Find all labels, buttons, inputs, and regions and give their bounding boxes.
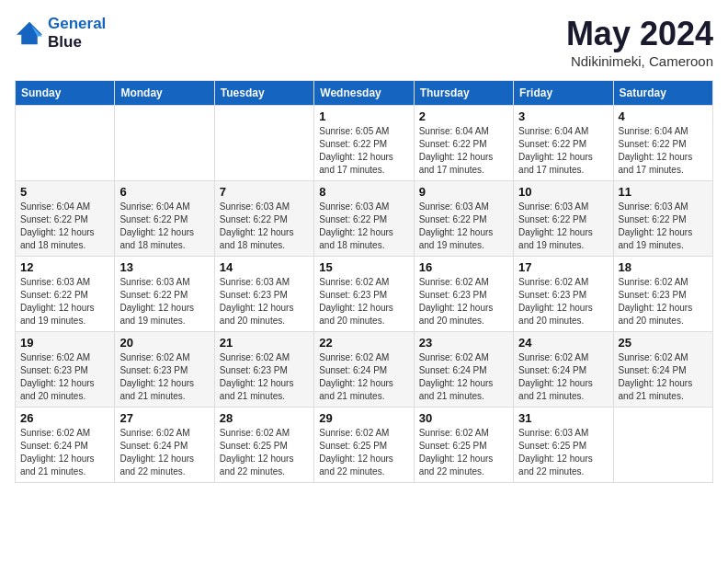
calendar-week-row: 19Sunrise: 6:02 AMSunset: 6:23 PMDayligh… bbox=[16, 332, 713, 408]
calendar-day-31: 31Sunrise: 6:03 AMSunset: 6:25 PMDayligh… bbox=[514, 408, 613, 483]
calendar-day-29: 29Sunrise: 6:02 AMSunset: 6:25 PMDayligh… bbox=[314, 408, 414, 483]
day-number: 5 bbox=[20, 185, 109, 199]
day-number: 1 bbox=[319, 109, 408, 123]
calendar-day-9: 9Sunrise: 6:03 AMSunset: 6:22 PMDaylight… bbox=[414, 181, 513, 257]
day-info: Sunrise: 6:03 AMSunset: 6:22 PMDaylight:… bbox=[319, 201, 408, 252]
day-info: Sunrise: 6:03 AMSunset: 6:25 PMDaylight:… bbox=[518, 427, 608, 478]
day-number: 21 bbox=[220, 336, 309, 350]
day-number: 13 bbox=[119, 260, 209, 274]
calendar-day-5: 5Sunrise: 6:04 AMSunset: 6:22 PMDaylight… bbox=[16, 181, 115, 257]
logo-text: General Blue bbox=[48, 15, 106, 51]
calendar-day-28: 28Sunrise: 6:02 AMSunset: 6:25 PMDayligh… bbox=[214, 408, 313, 483]
day-number: 17 bbox=[518, 260, 608, 274]
day-number: 19 bbox=[20, 336, 109, 350]
calendar-header-wednesday: Wednesday bbox=[314, 81, 414, 106]
day-number: 23 bbox=[419, 336, 508, 350]
day-info: Sunrise: 6:03 AMSunset: 6:22 PMDaylight:… bbox=[518, 201, 608, 252]
calendar-day-12: 12Sunrise: 6:03 AMSunset: 6:22 PMDayligh… bbox=[16, 257, 115, 332]
day-info: Sunrise: 6:04 AMSunset: 6:22 PMDaylight:… bbox=[619, 125, 708, 177]
day-info: Sunrise: 6:02 AMSunset: 6:23 PMDaylight:… bbox=[20, 351, 109, 403]
calendar-day-18: 18Sunrise: 6:02 AMSunset: 6:23 PMDayligh… bbox=[613, 257, 712, 332]
calendar-day-6: 6Sunrise: 6:04 AMSunset: 6:22 PMDaylight… bbox=[115, 181, 214, 257]
calendar-header-thursday: Thursday bbox=[414, 81, 513, 106]
calendar-day-10: 10Sunrise: 6:03 AMSunset: 6:22 PMDayligh… bbox=[514, 181, 613, 257]
day-info: Sunrise: 6:02 AMSunset: 6:23 PMDaylight:… bbox=[419, 276, 508, 327]
day-info: Sunrise: 6:03 AMSunset: 6:22 PMDaylight:… bbox=[20, 276, 109, 327]
calendar-header-friday: Friday bbox=[514, 81, 613, 106]
calendar-empty-cell bbox=[214, 106, 313, 181]
day-number: 8 bbox=[319, 185, 408, 199]
calendar-day-19: 19Sunrise: 6:02 AMSunset: 6:23 PMDayligh… bbox=[16, 332, 115, 408]
calendar-day-14: 14Sunrise: 6:03 AMSunset: 6:23 PMDayligh… bbox=[214, 257, 313, 332]
calendar-day-16: 16Sunrise: 6:02 AMSunset: 6:23 PMDayligh… bbox=[414, 257, 513, 332]
calendar-day-17: 17Sunrise: 6:02 AMSunset: 6:23 PMDayligh… bbox=[514, 257, 613, 332]
calendar-day-20: 20Sunrise: 6:02 AMSunset: 6:23 PMDayligh… bbox=[115, 332, 214, 408]
day-number: 10 bbox=[518, 185, 608, 199]
calendar-empty-cell bbox=[16, 106, 115, 181]
logo-icon bbox=[15, 20, 44, 46]
calendar-header-row: SundayMondayTuesdayWednesdayThursdayFrid… bbox=[16, 81, 713, 106]
calendar-header-tuesday: Tuesday bbox=[214, 81, 313, 106]
calendar-header-saturday: Saturday bbox=[613, 81, 712, 106]
day-number: 16 bbox=[419, 260, 508, 274]
day-info: Sunrise: 6:02 AMSunset: 6:25 PMDaylight:… bbox=[319, 427, 408, 478]
day-info: Sunrise: 6:02 AMSunset: 6:23 PMDaylight:… bbox=[220, 351, 309, 403]
day-info: Sunrise: 6:02 AMSunset: 6:24 PMDaylight:… bbox=[319, 351, 408, 403]
day-info: Sunrise: 6:02 AMSunset: 6:24 PMDaylight:… bbox=[419, 351, 508, 403]
day-number: 7 bbox=[220, 185, 309, 199]
calendar-header-monday: Monday bbox=[115, 81, 214, 106]
logo: General Blue bbox=[15, 15, 106, 51]
calendar-day-24: 24Sunrise: 6:02 AMSunset: 6:24 PMDayligh… bbox=[514, 332, 613, 408]
day-number: 28 bbox=[220, 411, 309, 425]
day-number: 31 bbox=[518, 411, 608, 425]
calendar-table: SundayMondayTuesdayWednesdayThursdayFrid… bbox=[15, 80, 713, 483]
day-info: Sunrise: 6:05 AMSunset: 6:22 PMDaylight:… bbox=[319, 125, 408, 177]
calendar-day-21: 21Sunrise: 6:02 AMSunset: 6:23 PMDayligh… bbox=[214, 332, 313, 408]
day-info: Sunrise: 6:02 AMSunset: 6:24 PMDaylight:… bbox=[20, 427, 109, 478]
day-number: 18 bbox=[619, 260, 708, 274]
calendar-week-row: 5Sunrise: 6:04 AMSunset: 6:22 PMDaylight… bbox=[16, 181, 713, 257]
day-info: Sunrise: 6:04 AMSunset: 6:22 PMDaylight:… bbox=[518, 125, 608, 177]
calendar-week-row: 12Sunrise: 6:03 AMSunset: 6:22 PMDayligh… bbox=[16, 257, 713, 332]
day-number: 14 bbox=[220, 260, 309, 274]
day-info: Sunrise: 6:04 AMSunset: 6:22 PMDaylight:… bbox=[20, 201, 109, 252]
calendar-empty-cell bbox=[613, 408, 712, 483]
calendar-day-15: 15Sunrise: 6:02 AMSunset: 6:23 PMDayligh… bbox=[314, 257, 414, 332]
month-title: May 2024 bbox=[566, 15, 713, 53]
day-info: Sunrise: 6:04 AMSunset: 6:22 PMDaylight:… bbox=[419, 125, 508, 177]
day-info: Sunrise: 6:02 AMSunset: 6:24 PMDaylight:… bbox=[619, 351, 708, 403]
title-area: May 2024 Ndikinimeki, Cameroon bbox=[566, 15, 713, 69]
day-number: 12 bbox=[20, 260, 109, 274]
day-number: 25 bbox=[619, 336, 708, 350]
calendar-empty-cell bbox=[115, 106, 214, 181]
page-header: General Blue May 2024 Ndikinimeki, Camer… bbox=[15, 15, 713, 69]
calendar-day-22: 22Sunrise: 6:02 AMSunset: 6:24 PMDayligh… bbox=[314, 332, 414, 408]
day-info: Sunrise: 6:03 AMSunset: 6:22 PMDaylight:… bbox=[419, 201, 508, 252]
calendar-week-row: 1Sunrise: 6:05 AMSunset: 6:22 PMDaylight… bbox=[16, 106, 713, 181]
day-info: Sunrise: 6:03 AMSunset: 6:23 PMDaylight:… bbox=[220, 276, 309, 327]
calendar-day-13: 13Sunrise: 6:03 AMSunset: 6:22 PMDayligh… bbox=[115, 257, 214, 332]
calendar-day-25: 25Sunrise: 6:02 AMSunset: 6:24 PMDayligh… bbox=[613, 332, 712, 408]
day-number: 29 bbox=[319, 411, 408, 425]
day-number: 27 bbox=[119, 411, 209, 425]
calendar-day-1: 1Sunrise: 6:05 AMSunset: 6:22 PMDaylight… bbox=[314, 106, 414, 181]
day-info: Sunrise: 6:03 AMSunset: 6:22 PMDaylight:… bbox=[619, 201, 708, 252]
calendar-day-7: 7Sunrise: 6:03 AMSunset: 6:22 PMDaylight… bbox=[214, 181, 313, 257]
location-subtitle: Ndikinimeki, Cameroon bbox=[566, 53, 713, 69]
day-info: Sunrise: 6:03 AMSunset: 6:22 PMDaylight:… bbox=[119, 276, 209, 327]
day-number: 3 bbox=[518, 109, 608, 123]
day-number: 22 bbox=[319, 336, 408, 350]
calendar-day-26: 26Sunrise: 6:02 AMSunset: 6:24 PMDayligh… bbox=[16, 408, 115, 483]
day-info: Sunrise: 6:03 AMSunset: 6:22 PMDaylight:… bbox=[220, 201, 309, 252]
day-number: 4 bbox=[619, 109, 708, 123]
calendar-header-sunday: Sunday bbox=[16, 81, 115, 106]
day-info: Sunrise: 6:04 AMSunset: 6:22 PMDaylight:… bbox=[119, 201, 209, 252]
calendar-day-3: 3Sunrise: 6:04 AMSunset: 6:22 PMDaylight… bbox=[514, 106, 613, 181]
calendar-week-row: 26Sunrise: 6:02 AMSunset: 6:24 PMDayligh… bbox=[16, 408, 713, 483]
calendar-day-11: 11Sunrise: 6:03 AMSunset: 6:22 PMDayligh… bbox=[613, 181, 712, 257]
day-number: 24 bbox=[518, 336, 608, 350]
day-info: Sunrise: 6:02 AMSunset: 6:24 PMDaylight:… bbox=[119, 427, 209, 478]
day-info: Sunrise: 6:02 AMSunset: 6:25 PMDaylight:… bbox=[419, 427, 508, 478]
day-info: Sunrise: 6:02 AMSunset: 6:23 PMDaylight:… bbox=[619, 276, 708, 327]
day-info: Sunrise: 6:02 AMSunset: 6:25 PMDaylight:… bbox=[220, 427, 309, 478]
